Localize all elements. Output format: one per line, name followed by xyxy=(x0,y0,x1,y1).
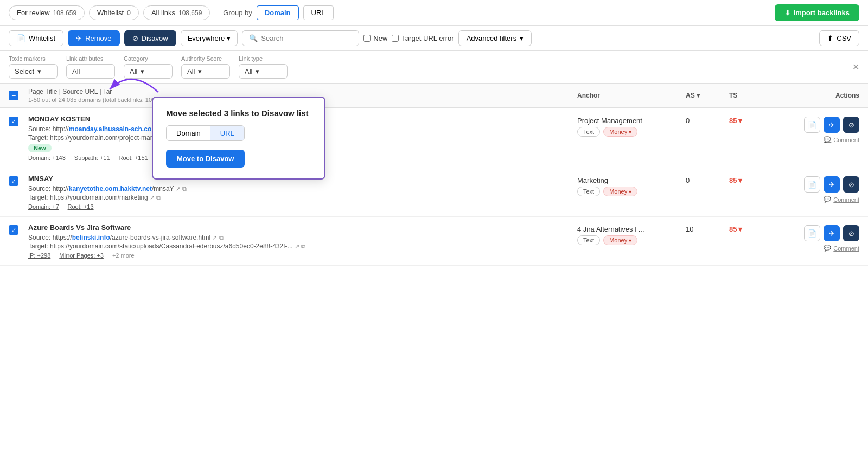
chevron-down-icon: ▾ xyxy=(37,67,41,75)
import-backlinks-button[interactable]: ⬇ Import backlinks xyxy=(775,4,859,21)
popup-domain-btn[interactable]: Domain xyxy=(167,126,210,140)
row-ts-col: 85 ▾ xyxy=(729,223,773,233)
as-col-label: AS xyxy=(686,92,695,99)
link-attr-select[interactable]: All xyxy=(66,64,115,79)
comment-button[interactable]: 💬 Comment xyxy=(824,245,859,252)
download-icon: ⬇ xyxy=(784,9,790,17)
comment-button[interactable]: 💬 Comment xyxy=(824,196,859,203)
tab-label: For review xyxy=(17,9,50,17)
external-link-icon[interactable]: ↗ xyxy=(212,234,217,241)
link-attr-value: All xyxy=(72,67,80,75)
comment-button[interactable]: 💬 Comment xyxy=(824,136,859,143)
whitelist-label: Whitelist xyxy=(29,34,55,42)
select-all-checkbox[interactable]: − xyxy=(9,91,18,100)
header-ts-col: TS xyxy=(729,92,773,99)
page-report-icon[interactable]: 📄 xyxy=(804,225,820,241)
chevron-down-icon: ▾ xyxy=(256,67,259,75)
row-ts-col: 85 ▾ xyxy=(729,115,773,125)
close-filters-icon[interactable]: ✕ xyxy=(852,62,859,72)
disavow-row-icon[interactable]: ⊘ xyxy=(843,225,859,241)
target-url-error-filter[interactable]: Target URL error xyxy=(392,34,454,42)
money-tag[interactable]: Money ▾ xyxy=(603,235,637,245)
meta-link[interactable]: Root: +151 xyxy=(119,155,148,161)
meta-more[interactable]: +2 more xyxy=(112,252,135,259)
remove-button[interactable]: ✈ Remove xyxy=(68,30,119,46)
everywhere-button[interactable]: Everywhere ▾ xyxy=(181,30,238,46)
search-input[interactable] xyxy=(261,34,352,42)
disavow-icon: ⊘ xyxy=(132,34,138,42)
target-external-icon[interactable]: ↗ xyxy=(150,194,155,201)
source-link[interactable]: kanyetothe.com.hakktv.net xyxy=(69,185,152,193)
copy-icon[interactable]: ⧉ xyxy=(182,185,187,192)
meta-link[interactable]: Root: +13 xyxy=(68,203,94,210)
send-icon[interactable]: ✈ xyxy=(824,225,840,241)
send-icon[interactable]: ✈ xyxy=(824,176,840,193)
row-checkbox-col: ✓ xyxy=(9,175,28,186)
money-tag[interactable]: Money ▾ xyxy=(603,187,637,196)
toxic-label: Toxic markers xyxy=(9,55,58,62)
search-box: 🔍 xyxy=(242,30,359,46)
row-actions-col: 📄 ✈ ⊘ 💬 Comment xyxy=(773,175,859,203)
target-copy-icon[interactable]: ⧉ xyxy=(301,243,305,249)
category-select[interactable]: All ▾ xyxy=(124,64,173,79)
ts-chevron-icon[interactable]: ▾ xyxy=(738,176,742,184)
meta-link[interactable]: Mirror Pages: +3 xyxy=(59,252,104,259)
header-as-col[interactable]: AS ▾ xyxy=(686,92,729,99)
tab-for-review[interactable]: For review 108,659 xyxy=(9,5,85,20)
category-label: Category xyxy=(124,55,173,62)
upload-icon: ⬆ xyxy=(827,34,833,42)
row-source: Source: https://belinski.info/azure-boar… xyxy=(28,234,577,241)
link-type-select[interactable]: All ▾ xyxy=(239,64,288,79)
whitelist-button[interactable]: 📄 Whitelist xyxy=(9,30,63,46)
toxic-select[interactable]: Select ▾ xyxy=(9,64,58,79)
action-bar: 📄 Whitelist ✈ Remove ⊘ Disavow Everywher… xyxy=(0,26,868,51)
advanced-filters-button[interactable]: Advanced filters ▾ xyxy=(458,30,532,46)
new-filter-label[interactable]: New xyxy=(363,34,387,42)
disavow-row-icon[interactable]: ⊘ xyxy=(843,176,859,193)
row-meta: IP: +298Mirror Pages: +3+2 more xyxy=(28,252,577,259)
comment-label: Comment xyxy=(833,137,859,143)
move-to-disavow-button[interactable]: Move to Disavow xyxy=(166,150,245,168)
meta-link[interactable]: IP: +298 xyxy=(28,252,50,259)
money-tag[interactable]: Money ▾ xyxy=(603,127,637,137)
ts-chevron-icon[interactable]: ▾ xyxy=(738,225,742,233)
top-bar: For review 108,659 Whitelist 0 All links… xyxy=(0,0,868,26)
popup-url-btn[interactable]: URL xyxy=(210,126,244,140)
page-report-icon[interactable]: 📄 xyxy=(804,117,820,133)
new-label: New xyxy=(373,34,387,42)
new-filter-checkbox[interactable] xyxy=(363,35,371,42)
page-report-icon[interactable]: 📄 xyxy=(804,176,820,193)
authority-select[interactable]: All ▾ xyxy=(181,64,230,79)
send-icon[interactable]: ✈ xyxy=(824,117,840,133)
target-url-error-checkbox[interactable] xyxy=(392,35,399,42)
external-link-icon[interactable]: ↗ xyxy=(176,185,181,192)
row-source: Source: http://kanyetothe.com.hakktv.net… xyxy=(28,185,577,193)
target-external-icon[interactable]: ↗ xyxy=(295,243,299,249)
row-anchor-col: Marketing TextMoney ▾ xyxy=(577,175,686,196)
tab-whitelist[interactable]: Whitelist 0 xyxy=(89,5,139,20)
popup-type-buttons: Domain URL xyxy=(166,125,245,141)
disavow-row-icon[interactable]: ⊘ xyxy=(843,117,859,133)
tab-all-links[interactable]: All links 108,659 xyxy=(143,5,210,20)
source-link[interactable]: belinski.info xyxy=(72,234,110,241)
target-url-error-label: Target URL error xyxy=(401,34,454,42)
meta-link[interactable]: Domain: +143 xyxy=(28,155,66,161)
csv-button[interactable]: ⬆ CSV xyxy=(819,30,859,46)
source-link[interactable]: moanday.alhussain-sch.com xyxy=(69,125,157,133)
group-by-domain-btn[interactable]: Domain xyxy=(257,5,299,20)
row-anchor-col: 4 Jira Alternatives F... TextMoney ▾ xyxy=(577,223,686,245)
copy-icon[interactable]: ⧉ xyxy=(219,234,224,241)
chevron-down-icon: ▾ xyxy=(198,67,202,75)
adv-filters-label: Advanced filters xyxy=(467,34,517,42)
tab-label: Whitelist xyxy=(97,9,124,17)
meta-link[interactable]: Domain: +7 xyxy=(28,203,59,210)
group-by-url-btn[interactable]: URL xyxy=(303,5,334,20)
target-copy-icon[interactable]: ⧉ xyxy=(156,194,161,201)
row-checkbox[interactable]: ✓ xyxy=(9,176,18,186)
ts-chevron-icon[interactable]: ▾ xyxy=(738,117,742,125)
tab-count: 0 xyxy=(127,9,131,17)
meta-link[interactable]: Subpath: +11 xyxy=(74,155,110,161)
row-checkbox[interactable]: ✓ xyxy=(9,225,18,235)
row-checkbox[interactable]: ✓ xyxy=(9,117,18,126)
disavow-button[interactable]: ⊘ Disavow xyxy=(124,30,176,46)
